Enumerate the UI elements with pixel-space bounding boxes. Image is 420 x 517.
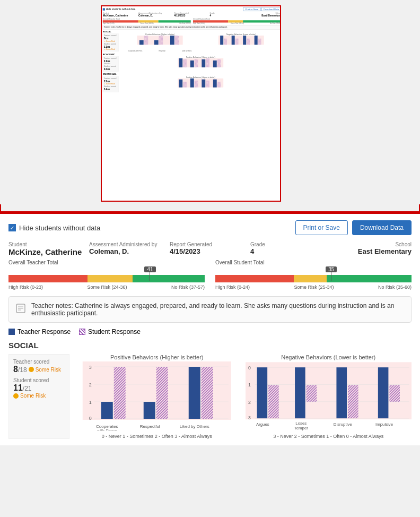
assessed-by-col: Assessment Administered by Coleman, D. [89, 242, 170, 256]
teacher-score-value: 8 [13, 365, 18, 374]
hide-students-label[interactable]: ✓ Hide students without data [8, 224, 100, 232]
teacher-scored-label: Teacher scored [13, 359, 65, 365]
social-charts-row: Positive Behaviors (Higher is better) 3 … [74, 354, 412, 439]
school-label: School [331, 242, 412, 247]
svg-rect-19 [190, 61, 194, 67]
student-scored-label: Student scored [13, 377, 65, 383]
svg-text:Respectful: Respectful [140, 424, 160, 429]
teacher-marker-label: 41 [144, 266, 155, 272]
svg-rect-68 [295, 367, 305, 418]
svg-rect-51 [189, 367, 200, 419]
teacher-risk-badge: Some Risk [29, 367, 61, 373]
svg-text:0: 0 [248, 365, 250, 370]
svg-rect-12 [243, 36, 246, 45]
download-data-button[interactable]: Download Data [352, 220, 412, 235]
report-generated-label: Report Generated [170, 242, 250, 247]
teacher-risk-label: Some Risk [36, 367, 61, 373]
svg-rect-6 [175, 36, 179, 45]
svg-text:with Peers: with Peers [97, 428, 117, 430]
legend-teacher-response: Teacher Response [8, 328, 71, 335]
legend-teacher-label: Teacher Response [18, 328, 71, 335]
svg-rect-29 [195, 81, 198, 88]
svg-rect-48 [114, 367, 126, 419]
svg-rect-15 [258, 39, 261, 45]
teacher-notes: Teacher notes: Catherine is always engag… [8, 296, 412, 323]
hide-students-checkbox[interactable]: ✓ [8, 224, 16, 231]
student-score-row: Student scored 11/21 Some Risk [13, 377, 65, 400]
student-response-icon [79, 329, 85, 335]
svg-rect-20 [195, 59, 198, 67]
svg-text:3: 3 [248, 415, 250, 420]
social-container: Teacher scored 8/18 Some Risk Student sc… [8, 354, 412, 439]
student-name: McKinze, Catherine [8, 247, 89, 256]
positive-chart-title: Positive Behaviors (Higher is better) [74, 354, 240, 360]
positive-behaviors-chart: Positive Behaviors (Higher is better) 3 … [74, 354, 240, 439]
action-buttons: Print or Save Download Data [295, 220, 412, 235]
svg-rect-33 [217, 82, 221, 88]
svg-rect-1 [139, 40, 144, 45]
svg-rect-14 [255, 36, 258, 45]
assessed-by-label: Assessment Administered by [89, 242, 170, 247]
svg-rect-22 [206, 58, 209, 67]
svg-rect-31 [206, 81, 209, 88]
svg-rect-17 [179, 58, 182, 67]
svg-rect-30 [202, 80, 205, 88]
student-total-group: Overall Student Total 35 High Risk (0-24… [215, 260, 412, 290]
teacher-risk-dot [29, 367, 34, 372]
svg-rect-72 [378, 367, 388, 418]
svg-rect-73 [389, 385, 400, 401]
student-header: Student McKinze, Catherine Assessment Ad… [8, 242, 412, 256]
student-risk-dot [13, 393, 19, 399]
svg-rect-9 [224, 39, 227, 45]
main-report: ✓ Hide students without data Print or Sa… [0, 212, 420, 445]
teacher-notes-text: Teacher notes: Catherine is always engag… [31, 302, 405, 317]
social-charts-area: Positive Behaviors (Higher is better) 3 … [74, 354, 412, 439]
positive-chart-svg: 3 2 1 0 [74, 361, 240, 430]
svg-rect-28 [190, 78, 194, 87]
negative-chart-title: Negative Behaviors (Lower is better) [246, 354, 412, 360]
svg-rect-69 [306, 385, 317, 401]
svg-rect-5 [170, 36, 174, 45]
student-info-col: Student McKinze, Catherine [8, 242, 89, 256]
svg-rect-71 [347, 385, 358, 418]
student-bar-legend: High Risk (0-24) Some Risk (25-34) No Ri… [215, 285, 412, 290]
teacher-no-risk: No Risk (37-57) [171, 285, 205, 290]
notes-icon [15, 303, 26, 316]
svg-rect-24 [217, 59, 221, 67]
svg-text:Disruptive: Disruptive [333, 422, 352, 427]
negative-chart-svg: 0 1 2 3 [246, 361, 412, 430]
svg-text:1: 1 [248, 382, 250, 387]
teacher-score-row: Teacher scored 8/18 Some Risk [13, 359, 65, 374]
svg-rect-18 [183, 59, 187, 67]
teacher-high-risk: High Risk (0-23) [8, 285, 43, 290]
student-some-risk: Some Risk (25-34) [294, 285, 334, 290]
teacher-progress-bar: 41 [8, 266, 205, 283]
social-score-panel: Teacher scored 8/18 Some Risk Student sc… [8, 354, 69, 439]
top-controls-row: ✓ Hide students without data Print or Sa… [8, 220, 412, 235]
svg-rect-2 [144, 36, 148, 45]
positive-chart-legend: 0 - Never 1 - Sometimes 2 - Often 3 - Al… [74, 434, 240, 439]
svg-text:Impulsive: Impulsive [375, 422, 393, 427]
student-risk-badge: Some Risk [13, 393, 46, 399]
svg-rect-3 [154, 40, 159, 45]
svg-rect-70 [336, 367, 347, 418]
school-col: School East Elementary [331, 242, 412, 256]
grade-value: 4 [250, 247, 331, 255]
svg-text:Liked by Others: Liked by Others [180, 424, 209, 429]
svg-rect-23 [213, 61, 217, 67]
svg-text:Argues: Argues [256, 422, 269, 427]
legend-student-response: Student Response [79, 328, 141, 335]
svg-rect-32 [213, 80, 217, 88]
preview-bottom-border [0, 204, 420, 212]
print-save-button[interactable]: Print or Save [295, 220, 348, 235]
preview-area: Hide students without data Print or Save… [0, 0, 420, 212]
grade-label: Grade [250, 242, 331, 247]
svg-rect-50 [156, 367, 168, 419]
svg-text:2: 2 [89, 382, 92, 387]
school-value: East Elementary [331, 247, 412, 255]
legend-student-label: Student Response [88, 328, 141, 335]
student-total-label: Overall Student Total [215, 260, 412, 265]
svg-rect-67 [268, 385, 279, 418]
preview-thumbnail: Hide students without data Print or Save… [101, 5, 281, 202]
teacher-response-icon [8, 329, 15, 335]
